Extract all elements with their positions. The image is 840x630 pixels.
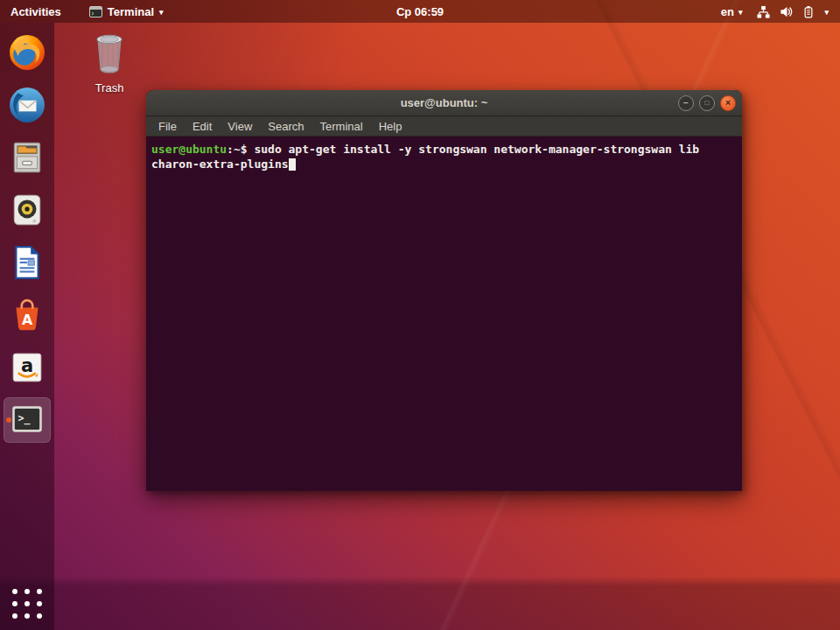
menu-view[interactable]: View [220,120,260,133]
writer-document-icon [9,244,46,281]
dock-item-terminal[interactable]: >_ [4,397,51,443]
dock-item-ubuntu-software[interactable]: A [4,292,51,338]
close-button[interactable]: × [720,95,736,111]
menu-file[interactable]: File [150,120,185,133]
keyboard-layout-label: en [721,5,734,18]
prompt-path: ~ [234,143,241,156]
volume-icon [780,5,793,18]
svg-text:A: A [22,312,33,328]
app-grid-icon [12,589,18,594]
maximize-button[interactable]: □ [699,95,715,111]
network-wired-icon [757,5,770,18]
svg-text:a: a [21,355,33,376]
svg-text:>_: >_ [18,412,31,425]
desktop-icon-trash[interactable]: Trash [86,32,133,94]
minimize-button[interactable]: − [678,95,694,111]
software-bag-icon: A [9,297,46,333]
thunderbird-icon [9,87,46,123]
amazon-icon: a [9,349,46,386]
dock-item-libreoffice-writer[interactable] [4,240,51,285]
trash-icon [91,32,128,77]
show-applications-button[interactable] [12,589,42,619]
running-indicator-dot [6,417,11,423]
chevron-down-icon: ▾ [824,9,829,17]
prompt-separator: : [227,143,234,156]
battery-icon [802,5,815,18]
command-text-wrapped: charon-extra-plugins [151,158,289,171]
app-menu-label: Terminal [108,5,154,18]
terminal-output-area[interactable]: user@ubuntu:~$ sudo apt-get install -y s… [146,138,742,491]
menu-help[interactable]: Help [371,120,410,133]
top-bar: Activities Terminal ▾ Cp 06:59 en ▾ [0,0,840,23]
chevron-down-icon: ▾ [738,9,743,17]
dock-item-files[interactable] [4,135,51,180]
menu-edit[interactable]: Edit [185,120,220,133]
trash-label: Trash [86,81,133,94]
firefox-icon [9,34,46,71]
speaker-icon [9,192,46,228]
dock-item-amazon[interactable]: a [4,345,51,390]
prompt-user-host: user@ubuntu [151,143,227,156]
keyboard-layout-indicator[interactable]: en ▾ [721,5,743,18]
chevron-down-icon: ▾ [159,9,164,17]
window-menubar: File Edit View Search Terminal Help [146,116,742,136]
dock-item-rhythmbox[interactable] [4,187,51,233]
menu-search[interactable]: Search [260,120,312,133]
dock-item-firefox[interactable] [4,30,51,75]
prompt-symbol: $ [241,143,248,156]
terminal-line: charon-extra-plugins [151,157,737,172]
file-cabinet-icon [9,139,46,176]
dock: A a >_ [0,23,54,630]
terminal-window-icon [89,6,102,18]
terminal-window: user@ubuntu: ~ − □ × File Edit View Sear… [146,90,742,491]
terminal-line: user@ubuntu:~$ sudo apt-get install -y s… [151,142,737,157]
activities-button[interactable]: Activities [10,5,61,18]
app-menu-terminal[interactable]: Terminal ▾ [89,5,164,18]
dock-item-thunderbird[interactable] [4,82,51,128]
clock[interactable]: Cp 06:59 [396,5,444,18]
window-controls: − □ × [678,95,736,111]
window-titlebar[interactable]: user@ubuntu: ~ − □ × [146,90,742,116]
command-text: sudo apt-get install -y strongswan netwo… [248,143,700,156]
terminal-cursor [289,158,296,171]
terminal-icon: >_ [9,402,46,438]
menu-terminal[interactable]: Terminal [312,120,371,133]
desktop: Activities Terminal ▾ Cp 06:59 en ▾ [0,0,840,630]
window-title: user@ubuntu: ~ [401,96,488,109]
system-status-area[interactable]: en ▾ ▾ [721,5,829,18]
